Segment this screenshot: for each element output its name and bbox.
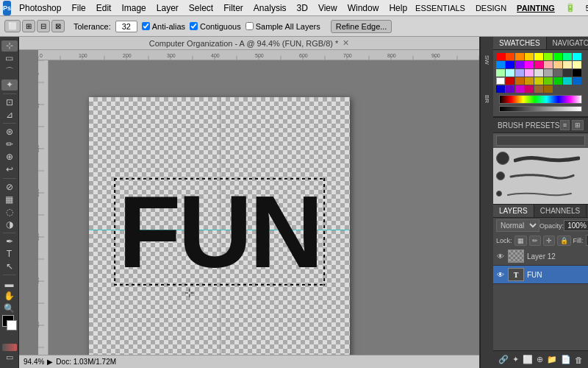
swatch-cell[interactable]	[534, 53, 543, 60]
layer-item-1[interactable]: 👁 Layer 12	[493, 247, 588, 266]
side-tab-brushes[interactable]: BR	[481, 81, 493, 118]
brush-preview-2[interactable]	[496, 169, 585, 183]
swatch-cell[interactable]	[534, 61, 543, 68]
canvas-area[interactable]: Computer Organization - A @ 94.4% (FUN, …	[19, 37, 479, 368]
layer-mask-btn[interactable]: ⬜	[521, 353, 534, 366]
swatch-cell[interactable]	[553, 69, 562, 77]
swatch-cell[interactable]	[515, 85, 524, 93]
swatch-cell[interactable]	[515, 77, 524, 85]
swatch-cell[interactable]	[544, 85, 553, 93]
brush-grid-view-btn[interactable]: ⊞	[572, 120, 584, 130]
intersect-selection-btn[interactable]: ⊠	[51, 20, 65, 32]
path-select-tool[interactable]: ↖	[1, 261, 18, 272]
swatch-cell[interactable]	[496, 69, 505, 77]
close-document-btn[interactable]: ✕	[343, 38, 349, 48]
tab-layers[interactable]: LAYERS	[493, 205, 534, 217]
grayscale-bar[interactable]	[499, 106, 582, 112]
text-tool[interactable]: T	[1, 249, 18, 260]
swatch-cell[interactable]	[534, 85, 543, 93]
swatch-cell[interactable]	[496, 85, 505, 93]
swatch-cell[interactable]	[506, 53, 514, 60]
sample-all-check[interactable]: Sample All Layers	[245, 22, 320, 31]
menu-analysis[interactable]: Analysis	[248, 1, 292, 15]
delete-layer-btn[interactable]: 🗑	[573, 354, 584, 366]
heal-tool[interactable]: ⊛	[1, 127, 18, 138]
menu-help[interactable]: Help	[384, 1, 412, 15]
menu-edit[interactable]: Edit	[91, 1, 117, 15]
background-color[interactable]	[7, 320, 17, 330]
color-gradient-bar[interactable]	[499, 95, 582, 104]
subtract-selection-btn[interactable]: ⊟	[37, 20, 50, 32]
swatch-cell[interactable]	[506, 69, 514, 77]
lock-move-btn[interactable]: ✛	[543, 236, 555, 246]
fill-input[interactable]	[586, 235, 588, 246]
new-layer-btn[interactable]: 📄	[559, 353, 573, 366]
swatch-cell[interactable]	[544, 61, 553, 68]
blend-mode-select[interactable]: Normal Multiply Screen Overlay	[496, 219, 539, 232]
shape-tool[interactable]: ▬	[1, 278, 18, 289]
lock-transparent-btn[interactable]: ▦	[514, 236, 527, 246]
menu-window[interactable]: Window	[343, 1, 384, 15]
quick-mask-btn[interactable]	[2, 344, 17, 351]
tab-navigator[interactable]: NAVIGATOR	[547, 37, 588, 49]
layer-style-btn[interactable]: ✦	[511, 353, 520, 366]
swatch-cell[interactable]	[573, 53, 581, 60]
eraser-tool[interactable]: ⊘	[1, 181, 18, 192]
swatch-cell[interactable]	[496, 77, 505, 85]
swatch-cell[interactable]	[534, 69, 543, 77]
screen-mode-btn[interactable]: ▭	[6, 353, 13, 362]
tolerance-input[interactable]	[115, 21, 137, 32]
stamp-tool[interactable]: ⊕	[1, 152, 18, 163]
brush-tool[interactable]: ✏	[1, 139, 18, 150]
marquee-tool[interactable]: ▭	[1, 53, 18, 64]
swatch-cell[interactable]	[563, 69, 572, 77]
side-tab-swatches[interactable]: SW	[481, 41, 493, 78]
menu-image[interactable]: Image	[116, 1, 151, 15]
lock-all-btn[interactable]: 🔒	[557, 236, 571, 246]
hand-tool[interactable]: ✋	[1, 291, 18, 302]
swatch-cell[interactable]	[544, 69, 553, 77]
swatch-cell[interactable]	[506, 85, 514, 93]
swatch-cell[interactable]	[573, 61, 581, 68]
workspace-painting[interactable]: PAINTING	[514, 3, 558, 13]
swatch-cell[interactable]	[553, 53, 562, 60]
new-group-btn[interactable]: 📁	[545, 353, 559, 366]
opacity-input[interactable]	[564, 220, 588, 231]
blur-tool[interactable]: ◌	[1, 206, 18, 217]
menu-select[interactable]: Select	[184, 1, 218, 15]
lasso-tool[interactable]: ⌒	[1, 66, 18, 78]
swatch-cell[interactable]	[573, 77, 581, 85]
swatch-cell[interactable]	[515, 53, 524, 60]
workspace-design[interactable]: DESIGN	[473, 3, 509, 13]
swatch-cell[interactable]	[515, 69, 524, 77]
swatch-cell[interactable]	[496, 53, 505, 60]
swatch-cell[interactable]	[563, 61, 572, 68]
swatch-cell[interactable]	[525, 69, 534, 77]
swatch-cell[interactable]	[553, 61, 562, 68]
swatch-cell[interactable]	[525, 53, 534, 60]
magic-wand-tool[interactable]: ✦	[1, 79, 18, 91]
layer-eye-2[interactable]: 👁	[496, 270, 505, 279]
brush-list-view-btn[interactable]: ≡	[560, 120, 570, 130]
swatch-cell[interactable]	[573, 69, 581, 77]
link-layers-btn[interactable]: 🔗	[497, 353, 510, 366]
pen-tool[interactable]: ✒	[1, 236, 18, 247]
new-selection-btn[interactable]: ⬜	[4, 20, 21, 32]
menu-filter[interactable]: Filter	[218, 1, 248, 15]
zoom-tool[interactable]: 🔍	[1, 303, 18, 314]
swatch-cell[interactable]	[563, 77, 572, 85]
menu-view[interactable]: View	[313, 1, 343, 15]
menu-layer[interactable]: Layer	[151, 1, 184, 15]
swatch-cell[interactable]	[525, 85, 534, 93]
eyedropper-tool[interactable]: ⊿	[1, 109, 18, 120]
swatch-cell[interactable]	[534, 77, 543, 85]
swatch-cell[interactable]	[563, 53, 572, 60]
menu-photoshop[interactable]: Photoshop	[14, 1, 66, 15]
brush-preview-1[interactable]	[496, 151, 585, 166]
brush-preview-3[interactable]	[496, 186, 585, 201]
contiguous-checkbox[interactable]	[190, 22, 198, 30]
history-brush-tool[interactable]: ↩	[1, 164, 18, 175]
swatch-cell[interactable]	[544, 53, 553, 60]
swatch-cell[interactable]	[515, 61, 524, 68]
crop-tool[interactable]: ⊡	[1, 96, 18, 107]
